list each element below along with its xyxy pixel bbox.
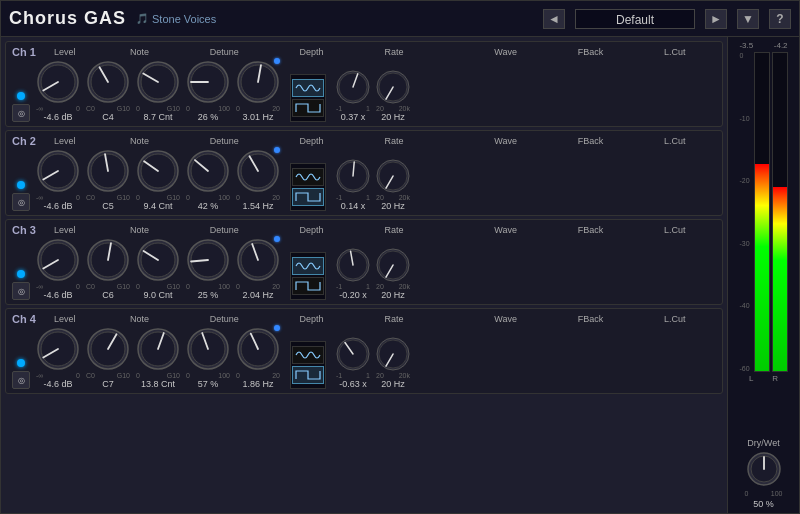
scale-0: 0 <box>739 52 749 59</box>
ch2-detune-knob[interactable] <box>136 149 180 193</box>
ch3-wave-square[interactable] <box>292 277 324 295</box>
ch2-note-knob[interactable] <box>86 149 130 193</box>
ch1-detune-range: 0 G10 <box>136 105 180 112</box>
ch2-lcut-value: 20 Hz <box>381 201 405 211</box>
ch3-fback-range: -1 1 <box>336 283 370 290</box>
nav-dropdown-button[interactable]: ▼ <box>737 9 759 29</box>
drywet-value: 50 % <box>753 499 774 509</box>
ch1-wave-sine[interactable] <box>292 79 324 97</box>
ch1-led[interactable] <box>17 92 25 100</box>
nav-forward-button[interactable]: ► <box>705 9 727 29</box>
ch1-level-knob[interactable] <box>36 60 80 104</box>
ch2-note-knob-group: C0 G10 C5 <box>86 149 130 211</box>
ch3-rate-knob[interactable] <box>236 238 280 282</box>
ch4-rate-knob[interactable] <box>236 327 280 371</box>
scale-40: -40 <box>739 302 749 309</box>
ch1-detune-value: 8.7 Cnt <box>143 112 172 122</box>
ch3-rate-indicator <box>274 236 280 242</box>
ch1-depth-knob[interactable] <box>186 60 230 104</box>
ch2-level-knob[interactable] <box>36 149 80 193</box>
ch3-toggle[interactable]: ◎ <box>12 282 30 300</box>
channels-area: Ch 1 Level Note Detune Depth Rate Wave F… <box>1 37 727 513</box>
ch3-depth-value: 25 % <box>198 290 219 300</box>
nav-back-button[interactable]: ◄ <box>543 9 565 29</box>
ch4-lcut-range: 20 20k <box>376 372 410 379</box>
ch4-level-label: Level <box>54 314 76 324</box>
ch3-level-range: -∞ 0 <box>36 283 80 290</box>
ch3-level-label: Level <box>54 225 76 235</box>
ch1-note-label: Note <box>130 47 149 57</box>
ch1-wave-square[interactable] <box>292 99 324 117</box>
ch1-wave-display <box>290 74 326 122</box>
ch4-controls: ◎ -∞ 0 -4.6 dB C0 G10 <box>12 327 716 389</box>
ch3-fback-knob[interactable] <box>336 248 370 282</box>
ch3-depth-knob[interactable] <box>186 238 230 282</box>
ch4-depth-label: Depth <box>300 314 324 324</box>
ch3-led[interactable] <box>17 270 25 278</box>
meter-scale: 0 -10 -20 -30 -40 -60 <box>739 52 751 372</box>
ch1-rate-value: 3.01 Hz <box>242 112 273 122</box>
ch4-detune-value: 13.8 Cnt <box>141 379 175 389</box>
ch1-depth-range: 0 100 <box>186 105 230 112</box>
ch2-lcut-label: L.Cut <box>664 136 686 146</box>
ch2-depth-label: Depth <box>300 136 324 146</box>
ch2-wave-display <box>290 163 326 211</box>
drywet-min: 0 <box>745 490 749 497</box>
ch4-detune-knob[interactable] <box>136 327 180 371</box>
meter-labels-top: -3.5 -4.2 <box>739 41 787 50</box>
ch2-rate-knob[interactable] <box>236 149 280 193</box>
ch2-level-label: Level <box>54 136 76 146</box>
meter-bar-l <box>754 52 770 372</box>
ch1-fback-knob[interactable] <box>336 70 370 104</box>
ch2-wave-sine[interactable] <box>292 168 324 186</box>
drywet-knob[interactable] <box>745 450 783 488</box>
ch4-fback-range: -1 1 <box>336 372 370 379</box>
drywet-label: Dry/Wet <box>747 438 779 448</box>
ch2-rate-label: Rate <box>384 136 403 146</box>
ch4-depth-knob[interactable] <box>186 327 230 371</box>
ch1-lcut-knob[interactable] <box>376 70 410 104</box>
ch2-lcut-knob[interactable] <box>376 159 410 193</box>
meter-fill-l <box>755 164 769 371</box>
ch4-rate-label: Rate <box>384 314 403 324</box>
ch4-fback-knob[interactable] <box>336 337 370 371</box>
ch3-detune-knob[interactable] <box>136 238 180 282</box>
help-button[interactable]: ? <box>769 9 791 29</box>
ch2-depth-knob[interactable] <box>186 149 230 193</box>
ch4-level-knob[interactable] <box>36 327 80 371</box>
ch3-lcut-range: 20 20k <box>376 283 410 290</box>
ch1-lcut-range: 20 20k <box>376 105 410 112</box>
ch1-lcut-value: 20 Hz <box>381 112 405 122</box>
ch3-note-knob-group: C0 G10 C6 <box>86 238 130 300</box>
ch4-led[interactable] <box>17 359 25 367</box>
ch3-level-knob[interactable] <box>36 238 80 282</box>
ch2-fback-knob[interactable] <box>336 159 370 193</box>
ch4-note-knob[interactable] <box>86 327 130 371</box>
header: Chorus GAS Stone Voices ◄ Default ► ▼ ? <box>1 1 799 37</box>
ch4-lcut-knob[interactable] <box>376 337 410 371</box>
ch3-rate-range: 0 20 <box>236 283 280 290</box>
ch2-led[interactable] <box>17 181 25 189</box>
ch1-toggle[interactable]: ◎ <box>12 104 30 122</box>
ch4-toggle[interactable]: ◎ <box>12 371 30 389</box>
ch4-wave-label: Wave <box>494 314 517 324</box>
ch2-toggle[interactable]: ◎ <box>12 193 30 211</box>
ch4-level-value: -4.6 dB <box>43 379 72 389</box>
ch1-detune-knob[interactable] <box>136 60 180 104</box>
ch2-fback-range: -1 1 <box>336 194 370 201</box>
meter-labels-bottom: L R <box>739 374 787 383</box>
ch2-depth-knob-group: 0 100 42 % <box>186 149 230 211</box>
ch4-wave-sine[interactable] <box>292 346 324 364</box>
ch3-depth-knob-group: 0 100 25 % <box>186 238 230 300</box>
main-area: Ch 1 Level Note Detune Depth Rate Wave F… <box>1 37 799 513</box>
ch3-lcut-knob[interactable] <box>376 248 410 282</box>
ch2-wave-square[interactable] <box>292 188 324 206</box>
ch2-note-label: Note <box>130 136 149 146</box>
ch3-wave-sine[interactable] <box>292 257 324 275</box>
ch3-label: Ch 3 <box>12 224 40 236</box>
ch3-note-knob[interactable] <box>86 238 130 282</box>
ch1-rate-knob[interactable] <box>236 60 280 104</box>
ch2-detune-knob-group: 0 G10 9.4 Cnt <box>136 149 180 211</box>
ch4-wave-square[interactable] <box>292 366 324 384</box>
ch1-note-knob[interactable] <box>86 60 130 104</box>
